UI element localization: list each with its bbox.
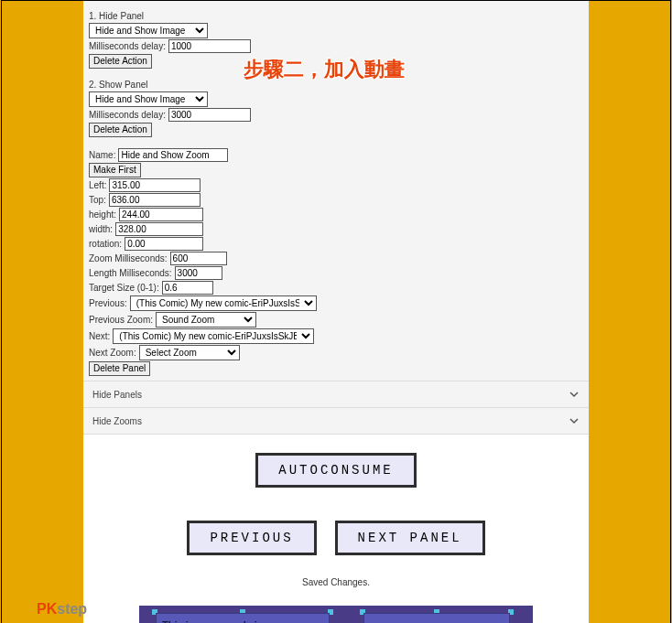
action-select-1[interactable]: Hide and Show Image <box>89 23 208 38</box>
tutorial-overlay-text: 步驟二，加入動畫 <box>244 56 405 83</box>
saved-changes-status: Saved Changes. <box>302 577 370 587</box>
previous-label: Previous: <box>89 298 127 308</box>
target-size-label: Target Size (0-1): <box>89 283 159 293</box>
chevron-down-icon <box>569 415 580 426</box>
length-ms-label: Length Milliseconds: <box>89 268 172 278</box>
hide-zooms-label: Hide Zooms <box>92 416 142 426</box>
next-zoom-label: Next Zoom: <box>89 348 136 358</box>
delete-panel-button[interactable]: Delete Panel <box>89 361 150 376</box>
previous-zoom-select[interactable]: Sound Zoom <box>156 312 256 328</box>
height-label: height: <box>89 209 116 220</box>
section1-title: 1. Hide Panel <box>89 11 144 21</box>
left-input[interactable] <box>109 178 201 192</box>
name-input[interactable] <box>118 148 228 162</box>
width-label: width: <box>89 224 113 234</box>
chevron-down-icon <box>569 389 580 400</box>
left-label: Left: <box>89 180 106 190</box>
autoconsume-button[interactable]: AUTOCONSUME <box>255 453 416 488</box>
hide-panels-label: Hide Panels <box>92 390 142 400</box>
target-size-input[interactable] <box>162 281 213 295</box>
top-input[interactable] <box>109 193 201 207</box>
action-select-2[interactable]: Hide and Show Image <box>89 91 208 107</box>
ms-delay-input-2[interactable] <box>168 108 251 122</box>
hide-panels-accordion[interactable]: Hide Panels <box>83 381 589 407</box>
panel1-caption: This is an example image. <box>162 619 323 623</box>
ms-delay-input-1[interactable] <box>168 39 251 53</box>
height-input[interactable] <box>119 208 203 221</box>
next-label: Next: <box>89 331 110 341</box>
preview-panel-2[interactable]: This is animated text. The text is added… <box>363 613 510 623</box>
previous-select[interactable]: (This Comic) My new comic-EriPJuxsIsSkJB… <box>130 295 317 311</box>
zoom-ms-label: Zoom Milliseconds: <box>89 253 168 263</box>
previous-button[interactable]: PREVIOUS <box>187 521 316 555</box>
zoom-ms-input[interactable] <box>170 252 227 265</box>
rotation-input[interactable] <box>125 237 203 251</box>
make-first-button[interactable]: Make First <box>89 163 141 177</box>
preview-canvas[interactable]: This is an example image. This is animat… <box>139 606 533 623</box>
next-panel-button[interactable]: NEXT PANEL <box>335 521 485 555</box>
width-input[interactable] <box>115 222 203 236</box>
watermark: PKstep <box>37 601 87 618</box>
previous-zoom-label: Previous Zoom: <box>89 315 153 325</box>
ms-delay-label-1: Milliseconds delay: <box>89 41 166 51</box>
name-label: Name: <box>89 150 115 160</box>
next-select[interactable]: (This Comic) My new comic-EriPJuxsIsSkJB… <box>113 328 314 344</box>
delete-action-button-2[interactable]: Delete Action <box>89 123 152 137</box>
rotation-label: rotation: <box>89 239 122 249</box>
top-label: Top: <box>89 195 106 205</box>
delete-action-button-1[interactable]: Delete Action <box>89 54 152 69</box>
length-ms-input[interactable] <box>175 266 222 280</box>
ms-delay-label-2: Milliseconds delay: <box>89 110 166 120</box>
hide-zooms-accordion[interactable]: Hide Zooms <box>83 407 589 435</box>
section2-title: 2. Show Panel <box>89 80 148 90</box>
preview-panel-1[interactable]: This is an example image. <box>156 613 330 623</box>
next-zoom-select[interactable]: Select Zoom <box>139 345 240 360</box>
